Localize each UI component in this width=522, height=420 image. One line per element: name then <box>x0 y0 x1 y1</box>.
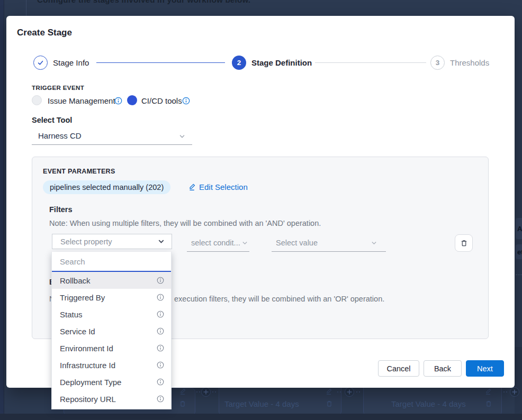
condition-select-placeholder: select condit... <box>187 239 240 247</box>
dropdown-item-service-id[interactable]: Service Id <box>52 323 171 340</box>
connector-dash <box>356 391 360 392</box>
connector-dash <box>196 391 200 392</box>
search-input[interactable] <box>52 252 171 271</box>
step-3-label[interactable]: Thresholds <box>450 58 489 67</box>
property-select-placeholder: Select property <box>60 238 112 246</box>
chevron-down-icon <box>178 133 186 142</box>
step-3-indicator[interactable]: 3 <box>430 56 445 70</box>
check-icon <box>37 59 44 67</box>
stepper-connector <box>315 62 426 63</box>
dropdown-item-status[interactable]: Status <box>52 306 171 323</box>
dropdown-item-label: Rollback <box>60 276 91 285</box>
step-1-indicator[interactable] <box>33 56 48 70</box>
condition-select[interactable]: select condit... <box>187 234 249 252</box>
dropdown-item-label: Triggered By <box>60 293 105 302</box>
trigger-event-heading: TRIGGER EVENT <box>32 85 84 91</box>
step-number: 3 <box>436 59 440 67</box>
dropdown-item-label: Service Id <box>60 327 95 336</box>
radio-cicd-tools[interactable] <box>127 95 137 105</box>
dropdown-item-label: Repository URL <box>60 395 116 404</box>
property-select[interactable]: Select property <box>52 234 172 249</box>
edit-icon <box>179 388 186 397</box>
info-icon[interactable] <box>157 277 164 284</box>
value-select-placeholder: Select value <box>272 239 318 247</box>
filters-note: Note: When using multiple filters, they … <box>49 219 321 227</box>
info-icon[interactable] <box>157 311 164 318</box>
info-icon[interactable] <box>157 327 164 335</box>
fragment-text: Ap <box>517 225 522 233</box>
background-divider <box>26 0 26 16</box>
background-bottom-strip <box>0 414 522 420</box>
filters-heading: Filters <box>49 205 73 214</box>
edit-selection-label: Edit Selection <box>199 182 248 191</box>
info-icon[interactable] <box>157 361 164 369</box>
property-dropdown-menu: Rollback Triggered By Status Service Id … <box>51 252 172 409</box>
edit-icon <box>188 183 196 191</box>
info-icon[interactable] <box>182 97 190 107</box>
delete-filter-button[interactable] <box>455 234 473 252</box>
dropdown-search <box>52 252 171 272</box>
chevron-down-icon <box>241 240 248 246</box>
dropdown-item-label: Environment Id <box>60 344 113 353</box>
add-stage-button[interactable] <box>345 387 354 397</box>
connector-dash <box>503 391 507 392</box>
radio-cicd-tools-label[interactable]: CI/CD tools <box>141 96 182 105</box>
dropdown-item-label: Status <box>60 310 83 319</box>
dropdown-item-label: Deployment Type <box>60 378 121 387</box>
chevron-down-icon <box>157 238 165 245</box>
connector-dash <box>212 391 216 392</box>
trash-icon <box>179 400 186 409</box>
stage-card-label: Target Value - 4 days <box>391 399 466 408</box>
execution-filters-note: execution filters, they will be combined… <box>174 295 384 303</box>
dropdown-item-triggered-by[interactable]: Triggered By <box>52 289 171 306</box>
step-1-label[interactable]: Stage Info <box>53 58 89 67</box>
info-icon[interactable] <box>157 378 164 386</box>
connector-dash <box>337 391 341 392</box>
add-stage-button[interactable] <box>201 387 211 397</box>
select-tool-label: Select Tool <box>32 116 72 124</box>
dropdown-item-environment-id[interactable]: Environment Id <box>52 340 171 357</box>
background-sidebar-strip <box>0 0 4 420</box>
dropdown-item-rollback[interactable]: Rollback <box>52 272 171 289</box>
stepper-connector <box>96 62 225 63</box>
edit-selection-link[interactable]: Edit Selection <box>188 182 248 191</box>
event-parameters-heading: EVENT PARAMETERS <box>43 168 115 175</box>
info-icon[interactable] <box>157 344 164 352</box>
modal-title: Create Stage <box>17 28 72 38</box>
back-button[interactable]: Back <box>424 360 462 377</box>
step-2-indicator[interactable]: 2 <box>232 56 246 70</box>
background-fragment: et <box>516 244 522 259</box>
tool-select-value: Harness CD <box>38 131 82 140</box>
radio-issue-management-label[interactable]: Issue Management <box>48 96 115 105</box>
value-select[interactable]: Select value <box>272 234 386 252</box>
background-page-subtitle: Configure the stages involved in your wo… <box>37 0 250 4</box>
radio-issue-management[interactable] <box>32 95 42 105</box>
info-icon[interactable] <box>157 395 164 403</box>
trash-icon <box>460 239 468 247</box>
chevron-down-icon <box>371 240 377 246</box>
dropdown-item-deployment-type[interactable]: Deployment Type <box>52 373 171 390</box>
dropdown-item-repository-url[interactable]: Repository URL <box>52 390 171 407</box>
cancel-button[interactable]: Cancel <box>378 360 419 377</box>
selection-badge: pipelines selected manually (202) <box>43 180 170 194</box>
dropdown-item-infrastructure-id[interactable]: Infrastructure Id <box>52 357 171 373</box>
trash-icon <box>485 400 492 409</box>
fragment-text: et <box>517 248 522 256</box>
dropdown-item-label: Infrastructure Id <box>60 361 115 370</box>
next-button[interactable]: Next <box>466 360 504 377</box>
edit-icon <box>325 388 332 397</box>
info-icon[interactable] <box>157 294 164 301</box>
step-2-label[interactable]: Stage Definition <box>251 58 312 67</box>
background-fragment: Ap <box>516 218 522 239</box>
background-dashed-line <box>516 275 522 275</box>
edit-icon <box>484 388 492 397</box>
stage-card-label: Target Value - 4 days <box>224 399 299 408</box>
background-shade <box>515 347 522 414</box>
screen: Configure the stages involved in your wo… <box>0 0 522 420</box>
tool-select[interactable]: Harness CD <box>32 127 192 145</box>
info-icon[interactable] <box>114 97 122 107</box>
trash-icon <box>326 400 333 409</box>
step-number: 2 <box>237 59 241 67</box>
